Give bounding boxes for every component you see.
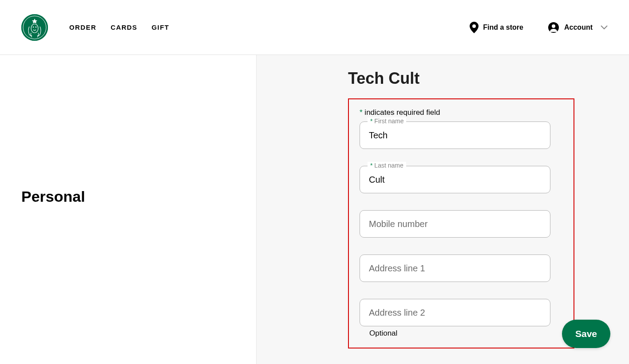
svg-point-7 [552, 24, 555, 28]
nav-cards[interactable]: CARDS [111, 23, 137, 31]
chevron-down-icon [601, 23, 608, 31]
last-name-group: * Last name [360, 166, 563, 193]
section-title: Personal [21, 188, 256, 205]
brand-logo[interactable] [21, 14, 48, 41]
address1-input[interactable] [360, 254, 550, 282]
main-nav: ORDER CARDS GIFT [69, 23, 169, 31]
address2-optional: Optional [369, 329, 563, 338]
svg-point-5 [472, 24, 476, 28]
nav-order[interactable]: ORDER [69, 23, 96, 31]
last-name-input[interactable] [360, 166, 550, 193]
svg-point-4 [36, 26, 37, 27]
siren-logo-icon [21, 14, 48, 41]
first-name-input[interactable] [360, 121, 550, 149]
account-label: Account [564, 23, 593, 31]
main-area: Personal Tech Cult * indicates required … [0, 55, 629, 364]
left-panel: Personal [0, 55, 257, 364]
mobile-group [360, 210, 563, 238]
find-store-label: Find a store [483, 23, 523, 31]
save-button[interactable]: Save [562, 320, 610, 348]
find-store-link[interactable]: Find a store [470, 22, 523, 33]
account-menu[interactable]: Account [548, 22, 608, 33]
first-name-group: * First name [360, 121, 563, 149]
header: ORDER CARDS GIFT Find a store Account [0, 0, 629, 55]
form-highlight-box: * indicates required field * First name … [348, 98, 574, 348]
last-name-label: * Last name [368, 162, 406, 169]
asterisk-icon: * [360, 108, 363, 117]
location-pin-icon [470, 22, 479, 33]
content-wrap: Tech Cult * indicates required field * F… [348, 69, 597, 348]
first-name-label: * First name [368, 117, 406, 125]
header-right: Find a store Account [470, 22, 608, 33]
page-title: Tech Cult [348, 69, 597, 88]
svg-point-0 [21, 14, 48, 41]
address1-group [360, 254, 563, 282]
required-note: * indicates required field [360, 108, 563, 117]
address2-group: Optional [360, 299, 563, 338]
svg-point-3 [33, 26, 34, 27]
last-name-label-text: Last name [372, 162, 403, 169]
nav-gift[interactable]: GIFT [152, 23, 170, 31]
address2-input[interactable] [360, 299, 550, 326]
person-icon [548, 22, 559, 33]
mobile-input[interactable] [360, 210, 550, 238]
required-note-text: indicates required field [363, 108, 440, 117]
first-name-label-text: First name [372, 117, 404, 125]
right-panel: Tech Cult * indicates required field * F… [257, 55, 629, 364]
